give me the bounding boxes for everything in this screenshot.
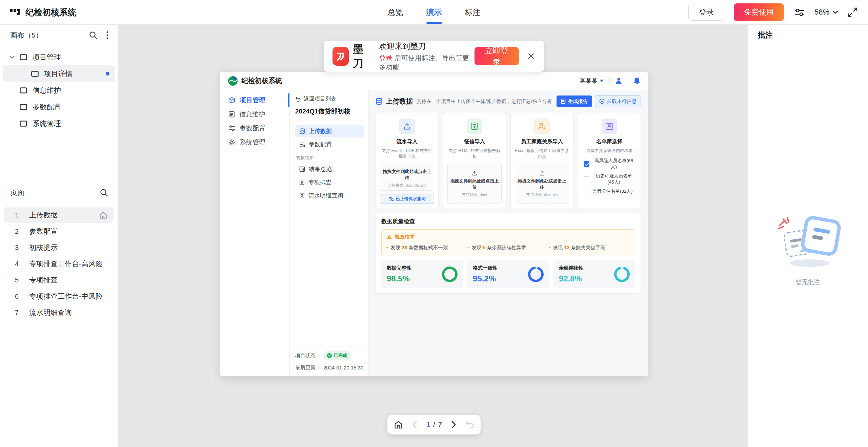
banner-login-link[interactable]: 登录 — [379, 54, 392, 62]
quality-title: 数据质量检查 — [381, 218, 635, 225]
checkbox[interactable] — [584, 176, 589, 182]
page-item-upload-data[interactable]: 1 上传数据 — [4, 207, 114, 223]
kebab-menu-icon[interactable] — [106, 30, 109, 40]
presentation-pager: 1 / 7 — [387, 415, 481, 434]
card-title: 名单库选择 — [596, 138, 623, 145]
checkbox[interactable] — [584, 161, 589, 167]
mockup-app-title: 纪检初核系统 — [241, 76, 282, 85]
menu-item-result-overview[interactable]: 结果总览 — [295, 163, 364, 175]
menu-item-upload-data[interactable]: 上传数据 — [295, 125, 364, 137]
zoom-level: 58% — [814, 8, 829, 17]
user-name: 某某某 — [580, 77, 597, 85]
home-icon[interactable] — [394, 420, 403, 429]
search-icon[interactable] — [88, 30, 98, 40]
chevron-down-icon — [832, 10, 838, 14]
user-dropdown[interactable]: 某某某 — [580, 77, 604, 85]
page-label: 专项排查工作台-中风险 — [29, 292, 103, 301]
card-flow-import: 流水导入 支持 Excel、PDF 格式文件批量上传 拖拽文件到此处或点击上传 … — [376, 112, 439, 208]
menu-item-special-check[interactable]: 专项排查 — [295, 176, 364, 189]
page-label: 参数配置 — [29, 227, 58, 236]
group-label: 初核结果 — [296, 155, 364, 161]
tab-presentation[interactable]: 演示 — [426, 4, 443, 20]
page-indicator: 1 / 7 — [426, 420, 442, 429]
canvas-panel-title: 画布（5） — [10, 30, 43, 40]
file-dropzone[interactable]: 拖拽文件到此处或点击上传 支持格式: xlsx, xls — [515, 164, 569, 204]
tree-item-label: 参数配置 — [33, 102, 61, 112]
restart-icon[interactable] — [465, 421, 474, 429]
generate-report-button[interactable]: 生成报告 — [557, 95, 592, 107]
prev-page-icon[interactable] — [412, 421, 417, 429]
checkbox-regulator-watch-list[interactable]: 监管关注名单(32人) — [584, 188, 635, 194]
welcome-banner: 墨刀 欢迎来到墨刀 登录 后可使用标注、导出等更多功能 立即登录 — [324, 41, 544, 72]
next-page-icon[interactable] — [451, 421, 456, 429]
nav-item-system-management[interactable]: 系统管理 — [220, 135, 289, 149]
brand: 纪检初核系统 — [10, 7, 76, 18]
database-icon — [376, 98, 383, 105]
finding-item: •发现 23 条数据格式不一致 — [386, 244, 468, 251]
project-title: 2024Q1信贷部初核 — [295, 107, 364, 116]
checkbox-history-suspect-list[interactable]: 历史可疑人员名单(45人) — [584, 173, 635, 185]
active-dot — [106, 72, 109, 76]
mockup-frame[interactable]: 纪检初核系统 某某某 项目管理 — [220, 72, 648, 376]
free-use-button[interactable]: 免费使用 — [734, 3, 784, 21]
back-to-projects-link[interactable]: 返回项目列表 — [295, 95, 364, 103]
card-title: 员工家庭关系导入 — [521, 138, 563, 145]
design-canvas[interactable]: 墨刀 欢迎来到墨刀 登录 后可使用标注、导出等更多功能 立即登录 纪检初核系统 … — [118, 25, 747, 447]
page-number: 5 — [15, 276, 29, 284]
zoom-control[interactable]: 58% — [814, 8, 838, 17]
bell-icon[interactable] — [633, 77, 640, 84]
banner-brand-text: 墨刀 — [353, 42, 372, 70]
menu-label: 结果总览 — [309, 165, 332, 173]
login-now-button[interactable]: 立即登录 — [475, 47, 519, 65]
tree-item-info-maintenance[interactable]: 信息维护 — [0, 82, 118, 99]
login-button[interactable]: 登录 — [688, 4, 724, 21]
document-upload-icon — [467, 119, 482, 134]
finding-item: •发现 12 条缺失关键字段 — [549, 244, 630, 251]
user-icon[interactable] — [615, 77, 622, 84]
checkbox[interactable] — [584, 189, 589, 194]
banner-title: 欢迎来到墨刀 — [379, 41, 474, 51]
tree-item-param-config[interactable]: 参数配置 — [0, 99, 118, 115]
page-item-flow-detail[interactable]: 7 流水明细查询 — [4, 304, 114, 321]
check-result-title: 检查结果 — [395, 234, 415, 240]
check-result-box: 检查结果 •发现 23 条数据格式不一致 •发现 5 条余额连续性异常 •发现 … — [381, 229, 635, 256]
empty-annotations-illustration — [773, 210, 843, 269]
page-item-workbench-mid[interactable]: 6 专项排查工作台-中风险 — [4, 288, 114, 304]
close-icon[interactable] — [527, 52, 535, 60]
card-desc: 支持 HTML 格式征信报告解析 — [447, 148, 502, 159]
id-card-icon — [602, 119, 617, 134]
uploaded-flow-query-button[interactable]: 已上传流水查询 — [380, 194, 434, 204]
tree-item-system-management[interactable]: 系统管理 — [0, 115, 118, 132]
frame-icon — [20, 54, 27, 60]
page-number: 2 — [15, 228, 29, 235]
page-item-param-config[interactable]: 2 参数配置 — [4, 223, 114, 239]
donut-chart — [528, 267, 544, 282]
frame-icon — [20, 104, 27, 110]
tab-annotation[interactable]: 标注 — [464, 4, 481, 20]
page-item-review-hint[interactable]: 3 初核提示 — [4, 239, 114, 256]
chevron-down-icon[interactable] — [9, 55, 20, 59]
page-label: 专项排查 — [29, 275, 58, 285]
donut-chart — [442, 267, 458, 282]
nav-item-param-config[interactable]: 参数配置 — [220, 121, 289, 135]
tab-overview[interactable]: 总览 — [387, 4, 404, 20]
pull-bank-info-button[interactable]: 拉取本行信息 — [595, 95, 641, 107]
nav-item-info-maintenance[interactable]: 信息维护 — [220, 107, 289, 121]
settings-sliders-icon[interactable] — [793, 6, 805, 18]
tree-item-project-management[interactable]: 项目管理 — [0, 49, 118, 65]
nav-item-project-management[interactable]: 项目管理 — [220, 93, 289, 107]
checkbox-high-risk-list[interactable]: 高风险人员名单(68人) — [584, 158, 635, 170]
page-item-special-check[interactable]: 5 专项排查 — [4, 272, 114, 288]
search-icon[interactable] — [99, 188, 109, 197]
menu-item-flow-detail-query[interactable]: 流水明细查询 — [295, 189, 364, 202]
menu-label: 流水明细查询 — [308, 192, 343, 199]
page-number: 1 — [15, 211, 29, 219]
warning-icon — [386, 234, 392, 239]
tree-item-project-detail[interactable]: 项目详情 — [3, 65, 115, 82]
file-dropzone[interactable]: 拖拽文件到此处或点击上传 支持格式: xlsx, xls, pdf — [380, 164, 434, 191]
menu-item-param-config[interactable]: 参数配置 — [295, 138, 364, 151]
fullscreen-icon[interactable] — [848, 7, 858, 17]
page-item-workbench-high[interactable]: 4 专项排查工作台-高风险 — [4, 256, 114, 272]
annotations-empty-state: 暂无批注 — [748, 210, 868, 286]
file-dropzone[interactable]: 拖拽文件到此处或点击上传 支持格式: html — [447, 164, 502, 204]
